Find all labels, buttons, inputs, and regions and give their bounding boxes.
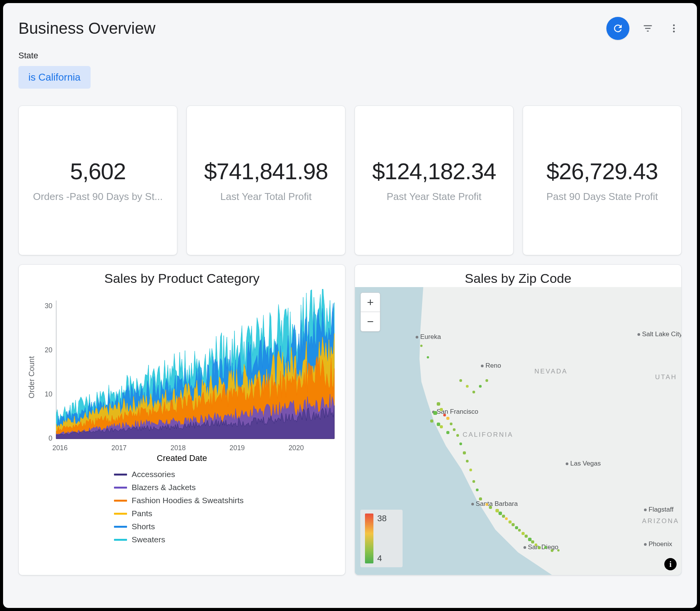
kpi-value: $741,841.98 <box>204 158 328 185</box>
map-land-svg <box>355 287 681 575</box>
dashboard-frame: Business Overview State is California 5,… <box>3 3 697 608</box>
filter-icon <box>642 23 653 34</box>
legend-item[interactable]: Pants <box>114 507 338 520</box>
zip-dot[interactable] <box>499 512 502 515</box>
map-state-label: CALIFORNIA <box>463 431 513 439</box>
zip-dot[interactable] <box>476 489 479 491</box>
zip-dot[interactable] <box>538 546 541 549</box>
zip-dot[interactable] <box>437 402 440 406</box>
zip-dot[interactable] <box>440 408 443 411</box>
zip-dot[interactable] <box>443 414 446 416</box>
zip-dot[interactable] <box>518 529 521 532</box>
zoom-in-button[interactable]: + <box>361 293 380 312</box>
zip-dot[interactable] <box>528 538 532 541</box>
chart-legend: AccessoriesBlazers & JacketsFashion Hood… <box>114 468 338 546</box>
zip-dot[interactable] <box>502 515 505 518</box>
filter-button[interactable] <box>640 21 655 36</box>
kpi-past-year-state-profit[interactable]: $124,182.34 Past Year State Profit <box>355 106 513 255</box>
zip-dot[interactable] <box>508 520 512 523</box>
zip-dot[interactable] <box>466 460 469 462</box>
more-button[interactable] <box>666 21 682 36</box>
kpi-value: $124,182.34 <box>372 158 496 185</box>
zip-dot[interactable] <box>479 385 482 388</box>
zip-dot[interactable] <box>420 345 423 347</box>
zip-dot[interactable] <box>489 506 492 509</box>
svg-text:10: 10 <box>45 390 53 398</box>
svg-point-2 <box>673 31 675 33</box>
map-city-label: Salt Lake City <box>642 330 681 338</box>
legend-swatch <box>114 474 127 476</box>
kpi-orders-90d[interactable]: 5,602 Orders -Past 90 Days by St... <box>18 106 177 255</box>
zip-dot[interactable] <box>544 546 547 549</box>
panel-sales-by-zip[interactable]: Sales by Zip Code + − <box>355 264 682 575</box>
legend-item[interactable]: Blazers & Jackets <box>114 481 338 494</box>
zip-dot[interactable] <box>512 523 515 526</box>
page-title: Business Overview <box>18 19 155 38</box>
zip-dot[interactable] <box>456 434 459 437</box>
zip-dot[interactable] <box>485 503 488 506</box>
zip-dot[interactable] <box>466 385 469 388</box>
filter-label: State <box>18 51 682 61</box>
refresh-icon <box>612 23 624 34</box>
map-legend-max: 38 <box>377 514 386 523</box>
sales-chart-svg: Order Count 0 10 20 30 2016 2017 2018 20… <box>26 289 338 454</box>
legend-label: Sweaters <box>132 533 165 546</box>
legend-item[interactable]: Fashion Hoodies & Sweatshirts <box>114 494 338 507</box>
zip-dot[interactable] <box>495 509 499 512</box>
zip-dot[interactable] <box>427 356 429 358</box>
zip-dot[interactable] <box>463 451 466 454</box>
kpi-row: 5,602 Orders -Past 90 Days by St... $741… <box>18 106 682 255</box>
legend-swatch <box>114 513 127 515</box>
zip-dot[interactable] <box>522 532 525 535</box>
zip-dot[interactable] <box>469 469 472 471</box>
legend-swatch <box>114 539 127 541</box>
zip-dot[interactable] <box>453 428 456 431</box>
legend-item[interactable]: Shorts <box>114 520 338 533</box>
legend-item[interactable]: Sweaters <box>114 533 338 546</box>
panel-sales-by-category[interactable]: Sales by Product Category Order Count 0 … <box>18 264 345 575</box>
zip-dot[interactable] <box>430 419 433 423</box>
legend-swatch <box>114 526 127 528</box>
svg-text:30: 30 <box>45 302 53 310</box>
legend-item[interactable]: Accessories <box>114 468 338 481</box>
map-canvas[interactable]: + − 38 4 i NEVADACALIFORNIAUTAHARIZONAEu… <box>355 287 681 575</box>
zip-dot[interactable] <box>459 379 462 382</box>
zip-dot[interactable] <box>450 423 452 425</box>
zip-dot[interactable] <box>459 443 462 445</box>
zip-dot[interactable] <box>525 535 528 538</box>
zip-dot[interactable] <box>557 549 560 552</box>
map-info-button[interactable]: i <box>664 558 677 570</box>
svg-text:2019: 2019 <box>229 444 245 452</box>
zip-dot[interactable] <box>446 417 449 420</box>
svg-text:0: 0 <box>49 434 53 442</box>
zip-dot[interactable] <box>433 411 437 415</box>
chart-area: Order Count 0 10 20 30 2016 2017 2018 20… <box>19 287 345 549</box>
refresh-button[interactable] <box>606 17 629 40</box>
kpi-label: Past 90 Days State Profit <box>546 191 658 203</box>
y-axis: 0 10 20 30 <box>45 302 53 442</box>
zoom-out-button[interactable]: − <box>361 312 380 331</box>
filter-chip-state[interactable]: is California <box>18 66 91 89</box>
legend-label: Accessories <box>132 468 175 481</box>
zip-dot[interactable] <box>437 423 440 426</box>
kpi-last-year-profit[interactable]: $741,841.98 Last Year Total Profit <box>187 106 345 255</box>
zip-dot[interactable] <box>440 425 443 428</box>
zip-dot[interactable] <box>505 517 508 520</box>
zip-dot[interactable] <box>446 431 449 434</box>
map-city-label: Santa Barbara <box>476 500 518 508</box>
zip-dot[interactable] <box>531 540 534 543</box>
map-state-label: ARIZONA <box>642 517 679 525</box>
zip-dot[interactable] <box>472 391 475 393</box>
kpi-label: Past Year State Profit <box>386 191 481 203</box>
map-city-label: Eureka <box>420 333 441 341</box>
zip-dot[interactable] <box>485 379 488 382</box>
header-actions <box>606 17 682 40</box>
zip-dot[interactable] <box>472 480 475 483</box>
zip-dot[interactable] <box>535 543 537 546</box>
legend-swatch <box>114 487 127 489</box>
zip-dot[interactable] <box>515 526 518 529</box>
zip-dot[interactable] <box>479 497 482 500</box>
zip-dot[interactable] <box>551 549 553 552</box>
kpi-90d-state-profit[interactable]: $26,729.43 Past 90 Days State Profit <box>523 106 682 255</box>
legend-label: Pants <box>132 507 152 520</box>
